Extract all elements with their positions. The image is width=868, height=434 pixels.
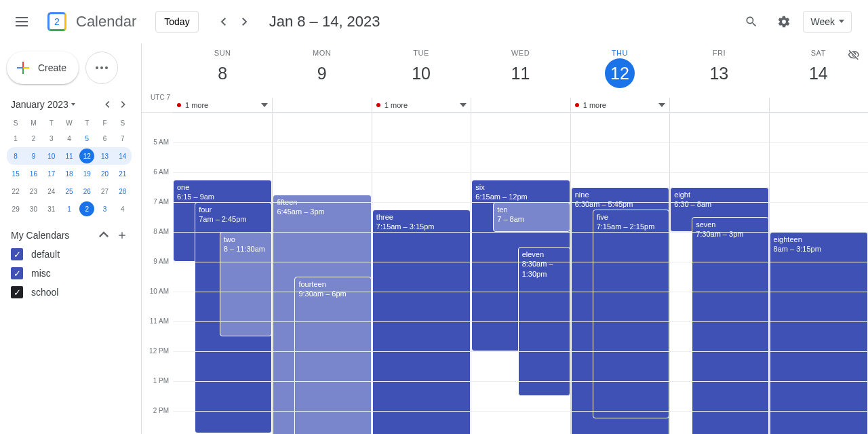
day-column[interactable]: three7:15am – 3:15pm [372, 113, 471, 434]
event[interactable]: two8 – 11:30am [220, 232, 273, 336]
calendar-item[interactable]: ✓school [7, 283, 132, 302]
day-header[interactable]: MON9 [272, 43, 371, 98]
hidden-events-icon[interactable] [848, 49, 860, 63]
event-title: three [376, 212, 467, 222]
expand-allday-button[interactable] [261, 101, 268, 108]
mini-day[interactable]: 1 [60, 200, 78, 218]
mini-day[interactable]: 5 [78, 130, 96, 147]
next-week-button[interactable] [234, 11, 256, 33]
view-switcher[interactable]: Week [803, 11, 852, 33]
settings-button[interactable] [770, 8, 797, 35]
event-title: four [199, 205, 268, 214]
mini-day[interactable]: 4 [60, 130, 78, 147]
mini-dow: F [96, 117, 113, 130]
mini-prev-button[interactable] [99, 96, 115, 113]
search-button[interactable] [738, 8, 765, 35]
mini-day[interactable]: 8 [7, 147, 24, 165]
mini-day[interactable]: 3 [43, 130, 60, 147]
day-column[interactable]: fifteen6:45am – 3pmfourteen9:30am – 6pm [272, 113, 371, 434]
mini-month-picker[interactable]: January 2023 [11, 99, 75, 110]
more-button[interactable] [85, 52, 118, 84]
hour-label: 8 AM [142, 228, 173, 258]
mini-day[interactable]: 18 [60, 165, 78, 182]
mini-day[interactable]: 14 [114, 147, 132, 165]
mini-day[interactable]: 6 [96, 130, 113, 147]
mini-day[interactable]: 13 [96, 147, 113, 165]
allday-cell[interactable] [272, 98, 371, 112]
day-column[interactable]: nine6:30am – 5:45pmfive7:15am – 2:15pm [570, 113, 669, 434]
today-button[interactable]: Today [155, 11, 198, 33]
allday-cell[interactable] [471, 98, 570, 112]
calendar-item[interactable]: ✓default [7, 245, 132, 264]
mini-day[interactable]: 7 [114, 130, 132, 147]
mini-day[interactable]: 25 [60, 182, 78, 200]
day-column[interactable]: eight6:30 – 8amseven7:30am – 3pm [669, 113, 768, 434]
day-header[interactable]: SUN8 [173, 43, 272, 98]
day-column[interactable]: eighteen8am – 3:15pm [769, 113, 868, 434]
day-column[interactable]: one6:15 – 9amfour7am – 2:45pmtwo8 – 11:3… [173, 113, 272, 434]
day-header[interactable]: FRI13 [669, 43, 768, 98]
create-button[interactable]: Create [7, 52, 79, 84]
mini-day[interactable]: 30 [24, 200, 42, 218]
more-dot-icon [376, 103, 380, 107]
date-range[interactable]: Jan 8 – 14, 2023 [269, 13, 380, 31]
event-title: ten [497, 205, 566, 214]
add-calendar-icon[interactable] [117, 230, 127, 241]
event-time: 7:15am – 2:15pm [597, 222, 665, 231]
event[interactable]: seven7:30am – 3pm [692, 217, 768, 434]
mini-day[interactable]: 9 [24, 147, 42, 165]
day-header[interactable]: THU12 [570, 43, 669, 98]
mini-day[interactable]: 27 [96, 182, 113, 200]
day-of-week: THU [612, 49, 628, 57]
more-label: 1 more [583, 101, 606, 109]
mini-day[interactable]: 26 [78, 182, 96, 200]
day-header[interactable]: TUE10 [372, 43, 471, 98]
mini-day[interactable]: 24 [43, 182, 60, 200]
event-time: 7am – 2:45pm [199, 214, 268, 224]
sidebar: Create January 2023 SMTWTFS1234567891011… [0, 43, 141, 434]
mini-day[interactable]: 19 [78, 165, 96, 182]
mini-day[interactable]: 22 [7, 182, 24, 200]
allday-cell[interactable]: 1 more [570, 98, 669, 112]
day-header[interactable]: WED11 [471, 43, 570, 98]
mini-day[interactable]: 2 [24, 130, 42, 147]
mini-day[interactable]: 29 [7, 200, 24, 218]
day-column[interactable]: six6:15am – 12pmten7 – 8ameleven8:30am –… [471, 113, 570, 434]
my-calendars-header[interactable]: My Calendars [7, 226, 132, 245]
allday-cell[interactable] [669, 98, 768, 112]
mini-day[interactable]: 17 [43, 165, 60, 182]
day-of-week: FRI [713, 49, 726, 57]
mini-day[interactable]: 23 [24, 182, 42, 200]
logo[interactable]: 2 Calendar [43, 8, 136, 35]
mini-day[interactable]: 12 [78, 147, 96, 165]
allday-cell[interactable]: 1 more [173, 98, 272, 112]
allday-cell[interactable] [769, 98, 868, 112]
hour-label: 6 AM [142, 168, 173, 198]
mini-day[interactable]: 1 [7, 130, 24, 147]
mini-day[interactable]: 3 [96, 200, 113, 218]
prev-week-button[interactable] [212, 11, 234, 33]
mini-day[interactable]: 28 [114, 182, 132, 200]
mini-day[interactable]: 16 [24, 165, 42, 182]
gear-icon [777, 15, 791, 28]
day-of-week: TUE [413, 49, 429, 57]
mini-day[interactable]: 2 [78, 200, 96, 218]
calendar-item[interactable]: ✓misc [7, 264, 132, 283]
mini-day[interactable]: 4 [114, 200, 132, 218]
mini-day[interactable]: 31 [43, 200, 60, 218]
expand-allday-button[interactable] [460, 101, 467, 108]
mini-day[interactable]: 15 [7, 165, 24, 182]
expand-allday-button[interactable] [658, 101, 665, 108]
mini-next-button[interactable] [115, 96, 132, 113]
mini-day[interactable]: 11 [60, 147, 78, 165]
mini-day[interactable]: 10 [43, 147, 60, 165]
mini-day[interactable]: 21 [114, 165, 132, 182]
checkbox-icon: ✓ [11, 286, 23, 298]
allday-cell[interactable]: 1 more [372, 98, 471, 112]
day-number: 9 [307, 58, 337, 88]
event[interactable]: ten7 – 8am [493, 202, 570, 232]
main-menu-button[interactable] [5, 5, 38, 38]
plus-icon [15, 60, 31, 76]
mini-day[interactable]: 20 [96, 165, 113, 182]
event[interactable]: five7:15am – 2:15pm [593, 210, 669, 418]
